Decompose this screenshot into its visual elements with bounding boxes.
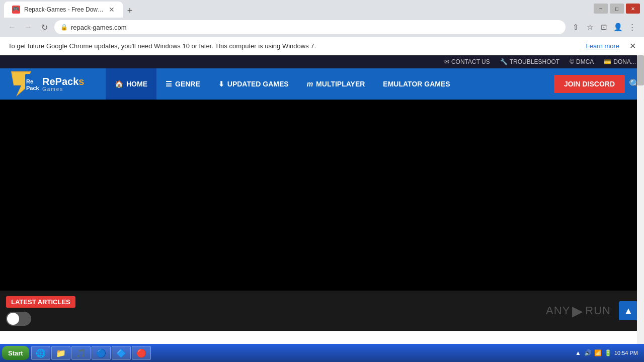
svg-text:Pack: Pack: [26, 85, 40, 91]
address-actions: ⇧ ☆ ⊡ 👤 ⋮: [570, 21, 638, 33]
logo-area[interactable]: Re Pack RePacks Games: [0, 68, 106, 100]
tray-network-icon[interactable]: 📶: [594, 349, 602, 357]
profile-icon[interactable]: 👤: [612, 21, 624, 33]
toggle-track[interactable]: [6, 312, 31, 326]
contact-us-link[interactable]: ✉ CONTACT US: [444, 58, 490, 65]
back-button[interactable]: ←: [6, 21, 18, 33]
download-icon: ⬇: [218, 80, 224, 88]
lock-icon: 🔒: [60, 24, 68, 31]
taskbar-media-icon[interactable]: 🎵: [71, 346, 91, 360]
nav-genre[interactable]: ☰ GENRE: [156, 68, 209, 100]
notification-bar: To get future Google Chrome updates, you…: [0, 37, 644, 55]
troubleshoot-link[interactable]: 🔧 TROUBLESHOOT: [500, 58, 559, 65]
system-tray: ▲ 🔊 📶 🔋 10:54 PM: [570, 349, 642, 357]
join-discord-button[interactable]: JOIN DISCORD: [554, 75, 625, 93]
bottom-left: LATEST ARTICLES: [6, 296, 75, 326]
notification-close-button[interactable]: ✕: [629, 41, 636, 51]
taskbar: Start 🌐 📁 🎵 🔵 🔷 🔴 ▲ 🔊 📶 🔋 10:54 PM: [0, 344, 644, 362]
active-tab[interactable]: 🎮 Repack-Games - Free Download PC ✕: [4, 2, 123, 18]
page-scrollbar[interactable]: [637, 55, 644, 347]
title-bar: 🎮 Repack-Games - Free Download PC ✕ + − …: [0, 0, 644, 17]
nav-emulator-games[interactable]: EMULATOR GAMES: [374, 68, 459, 100]
svg-text:Re: Re: [26, 78, 33, 84]
forward-button[interactable]: →: [22, 21, 34, 33]
anyrun-logo: ANY ▶ RUN: [546, 303, 611, 319]
copyright-icon: ©: [570, 58, 574, 65]
list-icon: ☰: [166, 80, 172, 88]
share-icon[interactable]: ⇧: [570, 21, 582, 33]
taskbar-edge-icon[interactable]: 🔷: [112, 346, 131, 360]
bottom-section: LATEST ARTICLES ANY ▶ RUN ▲: [0, 291, 644, 331]
taskbar-folder-icon[interactable]: 📁: [51, 346, 70, 360]
nav-multiplayer[interactable]: m MULTIPLAYER: [298, 68, 374, 100]
wrench-icon: 🔧: [500, 58, 508, 65]
taskbar-ie-icon[interactable]: 🌐: [31, 346, 50, 360]
opera-icon: 🔴: [136, 348, 146, 358]
browser-chrome: 🎮 Repack-Games - Free Download PC ✕ + − …: [0, 0, 644, 37]
media-icon: 🎵: [76, 348, 86, 358]
tray-arrow-icon[interactable]: ▲: [574, 349, 582, 357]
scroll-to-top-button[interactable]: ▲: [619, 301, 638, 320]
notification-text: To get future Google Chrome updates, you…: [8, 42, 316, 50]
main-nav: Re Pack RePacks Games 🏠 HOME ☰ GENRE ⬇ U…: [0, 68, 644, 100]
bookmark-icon[interactable]: ☆: [584, 21, 596, 33]
learn-more-link[interactable]: Learn more: [586, 42, 619, 50]
latest-articles-label: LATEST ARTICLES: [6, 296, 75, 308]
home-icon: 🏠: [115, 80, 123, 88]
donate-link[interactable]: 💳 DONA...: [604, 58, 636, 65]
nav-right: JOIN DISCORD 🔍: [554, 75, 644, 93]
folder-icon: 📁: [56, 348, 66, 358]
nav-updated-games[interactable]: ⬇ UPDATED GAMES: [209, 68, 298, 100]
close-button[interactable]: ✕: [626, 4, 640, 14]
dmca-link[interactable]: © DMCA: [570, 58, 594, 65]
edge-icon: 🔷: [116, 348, 126, 358]
main-content-area: [0, 100, 644, 291]
toggle-switch[interactable]: [6, 312, 75, 326]
tray-sound-icon[interactable]: 🔊: [584, 349, 592, 357]
tray-battery-icon[interactable]: 🔋: [604, 349, 612, 357]
nav-home[interactable]: 🏠 HOME: [106, 68, 156, 100]
toggle-knob: [7, 313, 19, 325]
tab-search-icon[interactable]: ⊡: [598, 21, 610, 33]
tab-title: Repack-Games - Free Download PC: [24, 6, 105, 13]
url-bar[interactable]: 🔒 repack-games.com: [54, 20, 566, 34]
system-clock[interactable]: 10:54 PM: [614, 350, 638, 356]
taskbar-chrome-icon[interactable]: 🔵: [92, 346, 111, 360]
top-bar: ✉ CONTACT US 🔧 TROUBLESHOOT © DMCA 💳 DON…: [0, 55, 644, 68]
new-tab-button[interactable]: +: [123, 4, 137, 18]
envelope-icon: ✉: [444, 58, 449, 65]
scrollbar-thumb[interactable]: [637, 55, 644, 85]
maximize-button[interactable]: □: [610, 4, 624, 14]
multiplayer-icon: m: [307, 80, 313, 88]
address-bar: ← → ↻ 🔒 repack-games.com ⇧ ☆ ⊡ 👤 ⋮: [0, 17, 644, 37]
window-controls: − □ ✕: [594, 4, 640, 14]
minimize-button[interactable]: −: [594, 4, 608, 14]
website: ✉ CONTACT US 🔧 TROUBLESHOOT © DMCA 💳 DON…: [0, 55, 644, 331]
reload-button[interactable]: ↻: [38, 21, 50, 33]
start-button[interactable]: Start: [2, 346, 29, 360]
taskbar-items: 🌐 📁 🎵 🔵 🔷 🔴: [31, 346, 568, 360]
donate-icon: 💳: [604, 58, 611, 65]
taskbar-opera-icon[interactable]: 🔴: [132, 346, 151, 360]
tab-close-button[interactable]: ✕: [109, 6, 115, 14]
ie-icon: 🌐: [36, 348, 46, 358]
tab-favicon: 🎮: [12, 6, 20, 14]
url-text: repack-games.com: [71, 24, 127, 31]
menu-icon[interactable]: ⋮: [626, 21, 638, 33]
nav-links: 🏠 HOME ☰ GENRE ⬇ UPDATED GAMES m MULTIPL…: [106, 68, 554, 100]
chrome-icon: 🔵: [96, 348, 106, 358]
site-logo: Re Pack: [6, 71, 41, 97]
